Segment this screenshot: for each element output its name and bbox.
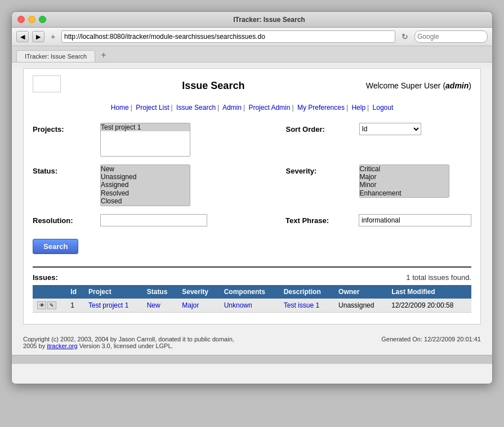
search-form: Projects: Test project 1 Sort Order: Id …	[33, 119, 471, 257]
titlebar: ITracker: Issue Search	[12, 12, 492, 28]
col-project: Project	[84, 285, 142, 299]
severity-minor: Minor	[360, 181, 449, 189]
welcome-text: Welcome Super User (admin)	[366, 81, 471, 90]
issues-count: 1 total issues found.	[406, 273, 471, 282]
maximize-button[interactable]	[39, 16, 46, 23]
row-components-link[interactable]: Unknown	[224, 301, 252, 309]
edit-icon[interactable]: ✎	[47, 301, 56, 309]
col-description: Description	[279, 285, 334, 299]
row-last-modified: 12/22/2009 20:00:58	[387, 299, 471, 313]
nav-project-list[interactable]: Project List	[136, 104, 169, 112]
status-closed: Closed	[101, 197, 190, 205]
row-status: New	[142, 299, 178, 313]
results-tbody: 👁 ✎ 1 Test project 1 New Major Unknown T…	[33, 299, 471, 313]
row-description-link[interactable]: Test issue 1	[284, 301, 319, 309]
phrase-input[interactable]	[359, 214, 471, 226]
status-new: New	[101, 165, 190, 173]
sort-order-section: Sort Order: Id Project Status Severity	[286, 123, 472, 135]
row-severity-link[interactable]: Major	[182, 301, 199, 309]
col-severity: Severity	[177, 285, 219, 299]
status-resolved: Resolved	[101, 189, 190, 197]
row-project-link[interactable]: Test project 1	[88, 301, 128, 309]
search-button[interactable]: Search	[33, 239, 78, 254]
row-severity: Major	[177, 299, 219, 313]
view-icon[interactable]: 👁	[37, 301, 46, 309]
address-bar[interactable]	[61, 30, 395, 43]
row-status-link[interactable]: New	[147, 301, 160, 309]
browser-window: ITracker: Issue Search ◀ ▶ + ↻ 🔍 ITracke…	[11, 11, 493, 384]
nav-issue-search[interactable]: Issue Search	[176, 104, 216, 112]
issues-label: Issues:	[33, 273, 58, 282]
footer-generated: Generated On: 12/22/2009 20:01:41	[381, 336, 481, 349]
new-tab-icon[interactable]: +	[48, 32, 58, 42]
resolution-label: Resolution:	[33, 214, 100, 225]
copyright-text3: Version 3.0, licensed under LGPL.	[78, 343, 173, 349]
status-assigned: Assigned	[101, 181, 190, 189]
nav-home[interactable]: Home	[111, 104, 129, 112]
browser-search-input[interactable]	[414, 30, 488, 43]
severity-major: Major	[360, 173, 449, 181]
footer-copyright: Copyright (c) 2002, 2003, 2004 by Jason …	[23, 336, 234, 349]
severity-label: Severity:	[286, 164, 359, 175]
phrase-label: Text Phrase:	[286, 214, 359, 225]
copyright-text: Copyright (c) 2002, 2003, 2004 by Jason …	[23, 336, 234, 343]
status-control: New Unassigned Assigned Resolved Closed	[100, 164, 286, 206]
footer: Copyright (c) 2002, 2003, 2004 by Jason …	[12, 330, 492, 355]
window-controls	[17, 16, 46, 23]
forward-button[interactable]: ▶	[32, 31, 44, 42]
sort-select[interactable]: Id Project Status Severity	[359, 123, 421, 135]
new-tab-button[interactable]: +	[96, 48, 110, 62]
results-thead: Id Project Status Severity Components De…	[33, 285, 471, 299]
severity-critical: Critical	[360, 165, 449, 173]
logo-box	[33, 75, 61, 92]
footer-link[interactable]: itracker.org	[47, 343, 77, 349]
projects-control: Test project 1	[100, 123, 286, 157]
resolution-control	[100, 214, 286, 226]
back-button[interactable]: ◀	[16, 31, 29, 42]
severity-select[interactable]: Critical Major Minor Enhancement	[359, 164, 449, 198]
row-id: 1	[66, 299, 84, 313]
status-unassigned: Unassigned	[101, 173, 190, 181]
severity-section: Severity: Critical Major Minor Enhanceme…	[286, 164, 472, 198]
severity-enhancement: Enhancement	[360, 189, 449, 197]
col-owner: Owner	[334, 285, 387, 299]
results-header-row: Id Project Status Severity Components De…	[33, 285, 471, 299]
sort-label: Sort Order:	[286, 123, 359, 134]
refresh-button[interactable]: ↻	[399, 30, 411, 43]
welcome-user: admin	[445, 81, 469, 90]
nav-my-preferences[interactable]: My Preferences	[297, 104, 345, 112]
col-components: Components	[220, 285, 279, 299]
form-row-projects: Projects: Test project 1 Sort Order: Id …	[33, 123, 471, 157]
row-description: Test issue 1	[279, 299, 334, 313]
nav-project-admin[interactable]: Project Admin	[248, 104, 290, 112]
page-inner: Issue Search Welcome Super User (admin) …	[23, 68, 481, 324]
minimize-button[interactable]	[28, 16, 35, 23]
welcome-prefix: Welcome Super User (	[366, 81, 445, 90]
window-title: ITracker: Issue Search	[52, 16, 487, 24]
page-title: Issue Search	[182, 80, 244, 92]
copyright-text2: 2005 by	[23, 343, 47, 349]
close-button[interactable]	[17, 16, 25, 23]
nav-help[interactable]: Help	[351, 104, 365, 112]
nav-logout[interactable]: Logout	[373, 104, 394, 112]
active-tab[interactable]: ITracker: Issue Search	[16, 50, 95, 62]
form-row-status: Status: New Unassigned Assigned Resolved…	[33, 164, 471, 206]
col-status: Status	[142, 285, 178, 299]
browser-toolbar: ◀ ▶ + ↻ 🔍	[12, 28, 492, 46]
form-row-resolution: Resolution: Text Phrase:	[33, 214, 471, 226]
projects-select[interactable]: Test project 1	[100, 123, 190, 157]
status-select[interactable]: New Unassigned Assigned Resolved Closed	[100, 164, 190, 206]
nav-links: Home| Project List| Issue Search| Admin|…	[33, 104, 471, 112]
page-header: Issue Search Welcome Super User (admin)	[33, 75, 471, 99]
row-icons: 👁 ✎	[37, 301, 61, 309]
row-components: Unknown	[220, 299, 279, 313]
col-id: Id	[66, 285, 84, 299]
col-actions	[33, 285, 66, 299]
status-label: Status:	[33, 164, 100, 175]
issues-header: Issues: 1 total issues found.	[33, 273, 471, 282]
page-content: Issue Search Welcome Super User (admin) …	[12, 68, 492, 384]
scrollbar[interactable]	[12, 355, 492, 364]
resolution-input[interactable]	[100, 214, 207, 226]
nav-admin[interactable]: Admin	[222, 104, 242, 112]
phrase-section: Text Phrase:	[286, 214, 471, 226]
